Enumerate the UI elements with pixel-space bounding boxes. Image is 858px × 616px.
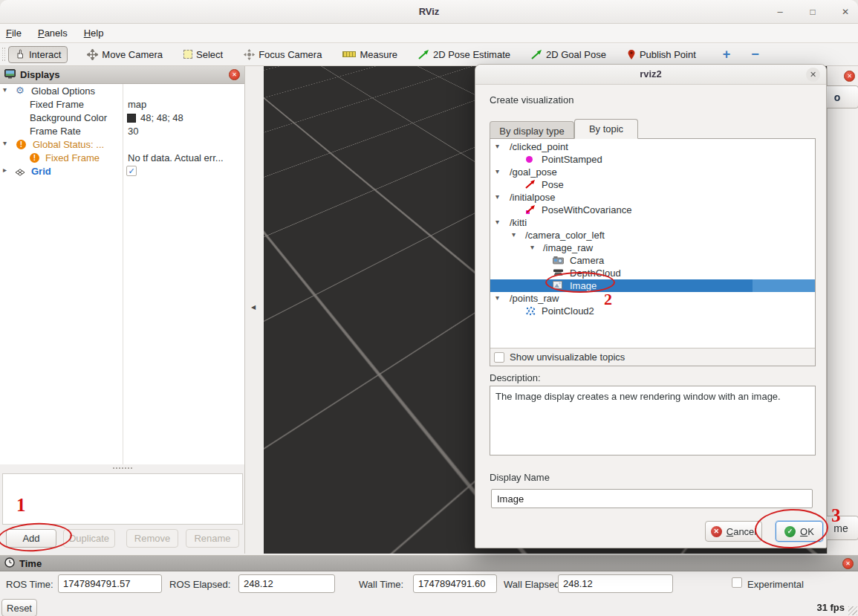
color-swatch[interactable] xyxy=(127,114,136,123)
ros-time-input[interactable] xyxy=(58,574,162,593)
chevron-down-icon[interactable]: ▾ xyxy=(495,218,499,226)
topic-tree: ▾ /clicked_point PointStamped ▾ /goal_po… xyxy=(490,139,815,348)
topic-row-goal-pose[interactable]: ▾ /goal_pose xyxy=(490,166,815,178)
chevron-down-icon[interactable]: ▾ xyxy=(495,192,499,201)
ok-button[interactable]: OK xyxy=(776,521,823,542)
title-bar: RViz xyxy=(0,0,858,24)
topic-row-clicked-point[interactable]: ▾ /clicked_point xyxy=(490,140,815,153)
tool-2d-goal-pose[interactable]: 2D Goal Pose xyxy=(525,47,612,62)
minimize-icon[interactable] xyxy=(773,5,787,19)
main-splitter[interactable] xyxy=(245,66,264,554)
tool-label: Focus Camera xyxy=(259,49,322,60)
chevron-right-icon[interactable]: ▸ xyxy=(3,166,7,174)
show-unvisualizable-checkbox[interactable] xyxy=(494,352,504,363)
collapse-panel-icon[interactable] xyxy=(251,304,256,311)
ros-elapsed-input[interactable] xyxy=(238,574,335,593)
chevron-down-icon[interactable]: ▾ xyxy=(512,230,516,239)
duplicate-button[interactable]: Duplicate xyxy=(63,529,115,548)
selection-highlight-alt xyxy=(753,279,815,292)
property-value[interactable]: map xyxy=(128,99,146,110)
time-fields-row: ROS Time: ROS Elapsed: Wall Time: Wall E… xyxy=(0,574,858,596)
grid-enabled-checkbox[interactable] xyxy=(126,166,137,176)
select-icon xyxy=(183,50,192,59)
tool-measure[interactable]: Measure xyxy=(337,47,403,62)
remove-tool-icon[interactable]: − xyxy=(751,47,759,62)
tab-by-display-type[interactable]: By display type xyxy=(490,121,574,140)
row-global-options[interactable]: ▾ Global Options xyxy=(0,85,244,98)
menu-panels[interactable]: Panels xyxy=(38,27,68,39)
add-tool-icon[interactable]: + xyxy=(723,47,731,62)
row-grid[interactable]: ▸ Grid xyxy=(0,165,244,178)
dialog-title-bar[interactable]: rviz2 xyxy=(475,65,826,85)
close-icon[interactable] xyxy=(229,69,240,80)
close-icon[interactable] xyxy=(806,68,820,82)
camera-icon xyxy=(553,256,564,265)
dialog-heading: Create visualization xyxy=(490,94,573,106)
topic-row-image-raw[interactable]: ▾ /image_raw xyxy=(490,241,815,254)
property-value[interactable]: 48; 48; 48 xyxy=(140,112,183,123)
panel-splitter-handle[interactable] xyxy=(0,465,245,471)
tab-by-topic[interactable]: By topic xyxy=(574,119,638,139)
chevron-down-icon[interactable]: ▾ xyxy=(495,294,499,302)
chevron-down-icon[interactable]: ▾ xyxy=(495,167,499,175)
ros-elapsed-label: ROS Elapsed: xyxy=(169,579,230,590)
chevron-down-icon[interactable]: ▾ xyxy=(495,142,499,150)
display-name-input[interactable] xyxy=(491,489,813,508)
menu-help[interactable]: Help xyxy=(84,27,104,39)
clock-icon xyxy=(4,557,15,570)
display-row-image-selected[interactable]: Image xyxy=(490,279,815,292)
chevron-down-icon[interactable]: ▾ xyxy=(3,85,7,94)
tool-label: 2D Pose Estimate xyxy=(433,49,510,60)
close-icon[interactable] xyxy=(839,5,852,19)
toolbar-drag-handle[interactable] xyxy=(1,46,6,62)
tool-label: 2D Goal Pose xyxy=(546,49,606,60)
menu-file[interactable]: File xyxy=(6,27,22,39)
row-fixed-frame-warning[interactable]: Fixed Frame No tf data. Actual err... xyxy=(0,152,244,165)
time-panel-header[interactable]: Time xyxy=(0,556,858,571)
tool-focus-camera[interactable]: Focus Camera xyxy=(238,47,328,62)
display-row-posewithcovariance[interactable]: PoseWithCovariance xyxy=(490,204,815,216)
displays-panel-header[interactable]: Displays xyxy=(0,66,244,84)
topic-row-kitti[interactable]: ▾ /kitti xyxy=(490,216,815,229)
wall-time-input[interactable] xyxy=(413,574,497,593)
views-rename-button-partial[interactable]: me xyxy=(823,516,858,540)
chevron-down-icon[interactable]: ▾ xyxy=(530,243,534,251)
tool-publish-point[interactable]: Publish Point xyxy=(621,47,702,62)
add-button[interactable]: Add xyxy=(6,529,56,548)
display-row-depthcloud[interactable]: DepthCloud xyxy=(490,267,815,279)
close-icon[interactable] xyxy=(844,71,855,82)
maximize-icon[interactable] xyxy=(806,5,819,19)
row-background-color[interactable]: Background Color 48; 48; 48 xyxy=(0,111,244,125)
ros-time-label: ROS Time: xyxy=(6,579,53,590)
display-row-camera[interactable]: Camera xyxy=(490,254,815,267)
create-visualization-dialog: rviz2 Create visualization By display ty… xyxy=(475,64,827,548)
tool-interact[interactable]: Interact xyxy=(8,46,68,63)
wall-elapsed-input[interactable] xyxy=(558,574,673,593)
chevron-down-icon[interactable]: ▾ xyxy=(3,139,7,147)
topic-row-initialpose[interactable]: ▾ /initialpose xyxy=(490,191,815,204)
remove-button[interactable]: Remove xyxy=(126,529,178,548)
experimental-checkbox[interactable] xyxy=(732,577,742,588)
window-resize-grip[interactable] xyxy=(848,606,857,615)
row-global-status[interactable]: ▾ Global Status: ... xyxy=(0,138,244,152)
property-label: Global Status: ... xyxy=(33,139,104,150)
rename-button[interactable]: Rename xyxy=(186,529,239,548)
close-icon[interactable] xyxy=(842,558,854,569)
ok-icon xyxy=(784,526,796,537)
display-row-pose[interactable]: Pose xyxy=(490,178,815,191)
cancel-button[interactable]: Cancel xyxy=(705,521,762,542)
tool-select[interactable]: Select xyxy=(178,47,229,62)
property-value[interactable]: 30 xyxy=(128,126,138,137)
tool-move-camera[interactable]: Move Camera xyxy=(81,47,169,62)
topic-row-camera-color-left[interactable]: ▾ /camera_color_left xyxy=(490,229,815,241)
topic-row-points-raw[interactable]: ▾ /points_raw xyxy=(490,292,815,305)
row-frame-rate[interactable]: Frame Rate 30 xyxy=(0,125,244,138)
display-row-pointstamped[interactable]: PointStamped xyxy=(490,153,815,166)
display-row-pointcloud2[interactable]: PointCloud2 xyxy=(490,305,815,317)
monitor-icon xyxy=(4,69,16,81)
point-stamped-icon xyxy=(526,156,533,163)
green-arrow-icon xyxy=(418,50,429,59)
row-fixed-frame[interactable]: Fixed Frame map xyxy=(0,98,244,111)
reset-button[interactable]: Reset xyxy=(1,599,37,616)
tool-2d-pose-estimate[interactable]: 2D Pose Estimate xyxy=(412,47,516,62)
